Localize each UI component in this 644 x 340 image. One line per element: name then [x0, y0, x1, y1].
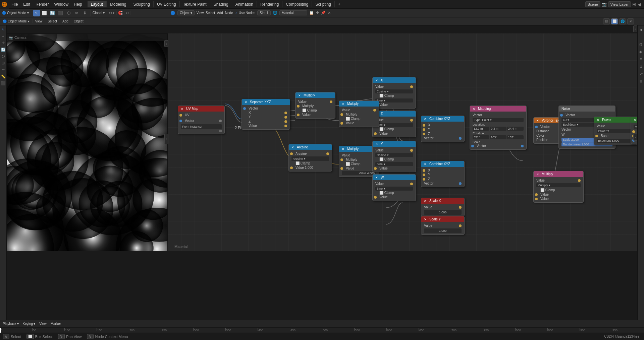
menu-render[interactable]: Render	[33, 0, 51, 8]
tool-icon6[interactable]: ✏	[73, 10, 80, 16]
node-editor-label: Material	[174, 245, 187, 249]
proportional-icon[interactable]: ⊙	[126, 11, 129, 15]
tab-compositing[interactable]: Compositing	[282, 1, 312, 7]
node-y[interactable]: ✕ Y Value Cosine ▾ ⬜ Clamp Sine ▾ Value	[372, 141, 416, 172]
tool-icon2[interactable]: ⬜	[41, 10, 48, 16]
menu-file[interactable]: File	[9, 0, 20, 8]
pivot-dropdown[interactable]: ▾	[113, 11, 114, 15]
slot-selector[interactable]: Slot 1	[257, 10, 271, 15]
transform-space[interactable]: Global ▾	[91, 11, 107, 15]
node-scale-y[interactable]: ✕ Scale Y Value 1.000	[421, 216, 465, 235]
view-layer-selector[interactable]: View Layer	[608, 1, 631, 7]
top-right-icon1[interactable]: ⊞	[632, 2, 636, 7]
menu-window[interactable]: Window	[51, 0, 71, 8]
node-multiply-3[interactable]: ✕ Multiply Value Multiply ▾ ⬜ Clamp Valu…	[533, 171, 584, 203]
use-nodes-check[interactable]: ✓ Use Nodes	[235, 11, 255, 15]
lt-move[interactable]: ✛	[1, 40, 6, 46]
tab-shading[interactable]: Shading	[210, 1, 232, 7]
lt-rotate[interactable]: 🔄	[1, 47, 6, 52]
rp-orbit[interactable]: ☊	[638, 42, 644, 47]
vp-select[interactable]: Select	[45, 19, 60, 23]
rp-grid[interactable]: ⊞	[638, 78, 644, 84]
node-editor-icon[interactable]: 🔵	[170, 11, 175, 15]
lt-scale[interactable]: ⬡	[1, 54, 6, 59]
timeline-cursor[interactable]	[0, 328, 1, 333]
node-arcsine[interactable]: ✕ Arcsine Arcsine Arcsine ▾ ⬜ Clamp Valu…	[288, 144, 332, 172]
snap-icon[interactable]: 🧲	[118, 11, 123, 15]
timeline-marker-menu[interactable]: Marker	[51, 322, 61, 326]
lt-select-tool[interactable]: ↖	[1, 27, 6, 32]
playback-menu[interactable]: Playback▾	[3, 322, 19, 326]
node-scale-x[interactable]: ✕ Scale X Value 1.000	[421, 198, 465, 216]
right-expand-arrow[interactable]: ‹	[164, 40, 168, 47]
node-add-btn[interactable]: Add	[217, 11, 223, 15]
tool-icon7[interactable]: ⬇	[82, 10, 88, 16]
blender-logo	[0, 0, 9, 9]
material-icon[interactable]: 🌐	[273, 11, 277, 15]
node-multiply-1[interactable]: ✕ Multiply Value Multiply ⬜ Clamp Value	[295, 92, 335, 119]
vp-shade-solid[interactable]: ⬜	[611, 18, 618, 24]
node-combine-xyz-1[interactable]: ✕ Combine XYZ X Y Z Vector	[421, 116, 465, 142]
vp-mode-label[interactable]: 🔵Object Mode▾	[0, 19, 33, 23]
rp-add[interactable]: ⊕	[638, 56, 644, 62]
tool-icon5[interactable]: ⬡	[65, 10, 72, 16]
node-w[interactable]: ✕ W Value Sine ▾ ⬜ Clamp Value	[372, 174, 416, 201]
rp-alt[interactable]: ⎇	[638, 71, 644, 76]
vp-object[interactable]: Object	[71, 19, 86, 23]
material-browse[interactable]: 📋	[309, 11, 314, 15]
top-right-expand2[interactable]: ›	[633, 134, 637, 141]
node-uv-map-title: UV Map	[186, 107, 198, 111]
material-selector[interactable]: Material	[279, 10, 308, 15]
menu-help[interactable]: Help	[71, 0, 85, 8]
rp-expand[interactable]: ◀	[638, 27, 644, 32]
vp-view[interactable]: View	[33, 19, 45, 23]
keying-menu[interactable]: Keying▾	[23, 322, 36, 326]
node-view-btn[interactable]: View	[197, 11, 204, 15]
rp-circle[interactable]: ◉	[638, 49, 644, 54]
tab-texture-paint[interactable]: Texture Paint	[180, 1, 210, 7]
lt-add-cube[interactable]: ⬛	[1, 80, 6, 86]
timeline-view-menu[interactable]: View	[39, 322, 47, 326]
node-combine-xyz-2[interactable]: ✕ Combine XYZ X Y Z Vector	[421, 161, 465, 187]
lt-cursor[interactable]: +	[1, 33, 6, 39]
material-x[interactable]: ✕	[328, 11, 331, 15]
lt-annotate[interactable]: ✏	[1, 67, 6, 72]
rp-list[interactable]: ☰	[638, 34, 644, 40]
tab-layout[interactable]: Layout	[88, 1, 107, 7]
mode-selector[interactable]: 🔵 Object Mode ▾	[0, 11, 31, 15]
vp-shade-wire[interactable]: ⊡	[603, 18, 610, 24]
material-pin[interactable]: 📌	[321, 11, 326, 15]
menu-edit[interactable]: Edit	[20, 0, 33, 8]
lt-measure[interactable]: 📏	[1, 74, 6, 79]
node-multiply-bottom[interactable]: ✕ Multiply Value Multiply ⬜ Clamp Value	[339, 100, 379, 127]
tab-modeling[interactable]: Modeling	[107, 1, 130, 7]
tab-add[interactable]: +	[335, 1, 344, 7]
tab-scripting[interactable]: Scripting	[312, 1, 335, 7]
tool-icon4[interactable]: ⬛	[57, 10, 64, 16]
timeline-ruler[interactable]: // Ruler ticks rendered via JS below 050…	[0, 328, 644, 333]
lt-transform[interactable]: ⊞	[1, 60, 6, 66]
vp-shade-material[interactable]: 🌐	[619, 18, 626, 24]
node-uv-map[interactable]: ✕ UV Map UV Vector From Instancer	[178, 106, 225, 134]
tab-uv-editing[interactable]: UV Editing	[154, 1, 180, 7]
object-type[interactable]: Object ▾	[177, 10, 195, 15]
node-node-btn[interactable]: Node	[225, 11, 233, 15]
tab-sculpting[interactable]: Sculpting	[130, 1, 154, 7]
tool-select[interactable]: ↖	[33, 10, 40, 16]
vp-shade-rendered[interactable]: ☀	[627, 18, 634, 24]
rp-cross[interactable]: ⊗	[638, 64, 644, 69]
node-select-btn[interactable]: Select	[206, 11, 215, 15]
node-mapping[interactable]: ✕ Mapping Vector Type: Point ▾ Location:…	[470, 106, 527, 150]
pivot-icon[interactable]: ⊙	[109, 11, 112, 15]
engine-selector[interactable]: Scene	[585, 1, 600, 7]
node-uv-expand[interactable]	[219, 130, 222, 132]
material-new[interactable]: ✚	[316, 11, 319, 15]
node-separate-xyz[interactable]: ✕ Separate XYZ Vector X Y Z Value	[241, 99, 290, 130]
top-right-icon2[interactable]: ◀	[638, 2, 641, 7]
tab-animation[interactable]: Animation	[232, 1, 257, 7]
tab-rendering[interactable]: Rendering	[257, 1, 282, 7]
left-expand-arrow[interactable]: ‹	[164, 134, 168, 144]
tool-icon3[interactable]: 🔄	[49, 10, 56, 16]
vp-add[interactable]: Add	[60, 19, 71, 23]
top-right-expand[interactable]: ›	[633, 25, 637, 32]
